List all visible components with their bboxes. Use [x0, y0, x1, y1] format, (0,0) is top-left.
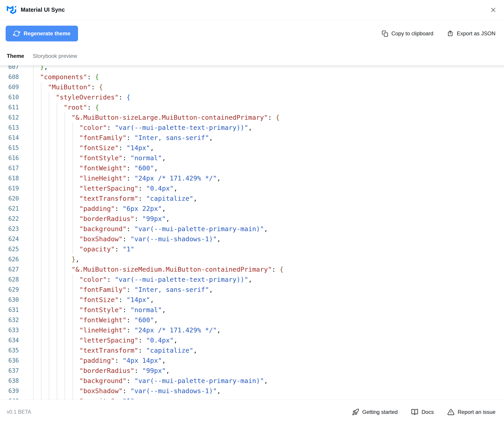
code-text: "color": "var(--mui-palette-text-primary… [32, 123, 504, 133]
indent-guide [33, 204, 33, 214]
indent-guide [72, 315, 73, 325]
code-editor[interactable]: 607},608"components": {609"MuiButton": {… [0, 65, 504, 399]
indent-guide [57, 102, 57, 112]
code-text: "fontWeight": "600", [32, 315, 504, 325]
code-text: "lineHeight": "24px /* 171.429% */", [32, 173, 504, 183]
line-number: 616 [0, 153, 19, 163]
indent-guide [33, 355, 33, 366]
line-number: 636 [0, 355, 19, 366]
code-line: 628"color": "var(--mui-palette-text-prim… [0, 274, 504, 285]
indent-guide [57, 153, 57, 163]
indent-guide [57, 295, 57, 305]
line-number: 633 [0, 325, 19, 335]
export-icon [447, 30, 454, 37]
copy-to-clipboard-label: Copy to clipboard [391, 30, 433, 37]
indent-guide [33, 285, 33, 295]
code-text: "&.MuiButton-sizeMedium.MuiButton-contai… [32, 264, 504, 274]
code-line: 634"letterSpacing": "0.4px", [0, 335, 504, 345]
indent-guide [33, 153, 33, 163]
indent-guide [57, 335, 57, 345]
code-line: 635"textTransform": "capitalize", [0, 345, 504, 355]
book-icon [411, 408, 418, 416]
warning-icon [447, 408, 455, 416]
indent-guide [65, 305, 65, 315]
code-text: "fontStyle": "normal", [32, 305, 504, 315]
report-issue-link[interactable]: Report an issue [447, 408, 495, 416]
indent-guide [41, 396, 41, 399]
indent-guide [65, 264, 65, 274]
version-label: v0.1 BETA [7, 409, 31, 415]
line-number: 639 [0, 386, 19, 396]
indent-guide [41, 123, 41, 133]
indent-guide [72, 173, 73, 183]
indent-guide [72, 335, 73, 345]
indent-guide [33, 214, 33, 224]
indent-guide [41, 244, 41, 254]
indent-guide [65, 204, 65, 214]
code-text: }, [32, 65, 504, 72]
indent-guide [41, 112, 41, 123]
indent-guide [49, 315, 49, 325]
code-line: 607}, [0, 65, 504, 72]
line-number: 618 [0, 173, 19, 183]
indent-guide [41, 143, 41, 153]
code-line: 639"boxShadow": "var(--mui-shadows-1)", [0, 386, 504, 396]
code-line: 626}, [0, 254, 504, 264]
code-text: "fontFamily": "Inter, sans-serif", [32, 285, 504, 295]
indent-guide [33, 345, 33, 355]
code-text: "background": "var(--mui-palette-primary… [32, 376, 504, 386]
line-number: 630 [0, 295, 19, 305]
code-text: "fontWeight": "600", [32, 163, 504, 173]
export-as-json-button[interactable]: Export as JSON [447, 30, 495, 37]
indent-guide [65, 133, 65, 143]
code-line: 636"padding": "4px 14px", [0, 355, 504, 366]
code-text: "textTransform": "capitalize", [32, 345, 504, 355]
indent-guide [33, 183, 33, 193]
copy-to-clipboard-button[interactable]: Copy to clipboard [382, 30, 433, 37]
indent-guide [65, 396, 65, 399]
code-text: "borderRadius": "99px", [32, 214, 504, 224]
indent-guide [33, 82, 33, 92]
toolbar: Regenerate theme Copy to clipboard Expor… [0, 20, 504, 47]
code-text: "fontFamily": "Inter, sans-serif", [32, 133, 504, 143]
code-line: 627"&.MuiButton-sizeMedium.MuiButton-con… [0, 264, 504, 274]
line-number: 607 [0, 65, 19, 72]
tab-bar: Theme Storybook preview [0, 47, 504, 65]
indent-guide [49, 112, 49, 123]
tab-storybook-preview[interactable]: Storybook preview [33, 53, 77, 59]
getting-started-link[interactable]: Getting started [352, 408, 398, 416]
line-number: 613 [0, 123, 19, 133]
indent-guide [33, 234, 33, 244]
indent-guide [41, 204, 41, 214]
indent-guide [72, 285, 73, 295]
indent-guide [41, 335, 41, 345]
indent-guide [65, 153, 65, 163]
copy-icon [382, 30, 388, 37]
close-button[interactable] [489, 6, 497, 14]
indent-guide [49, 244, 49, 254]
line-number: 635 [0, 345, 19, 355]
indent-guide [65, 123, 65, 133]
indent-guide [72, 163, 73, 173]
indent-guide [72, 396, 73, 399]
indent-guide [33, 366, 33, 376]
code-line: 637"borderRadius": "99px", [0, 366, 504, 376]
regenerate-theme-button[interactable]: Regenerate theme [6, 26, 78, 41]
indent-guide [57, 325, 57, 335]
indent-guide [57, 254, 57, 264]
indent-guide [41, 305, 41, 315]
line-number: 614 [0, 133, 19, 143]
indent-guide [49, 102, 49, 112]
indent-guide [33, 112, 33, 123]
indent-guide [41, 82, 41, 92]
tab-theme[interactable]: Theme [7, 53, 24, 59]
code-text: "&.MuiButton-sizeLarge.MuiButton-contain… [32, 112, 504, 123]
indent-guide [49, 224, 49, 234]
code-line: 630"fontSize": "14px", [0, 295, 504, 305]
indent-guide [49, 274, 49, 285]
indent-guide [65, 285, 65, 295]
indent-guide [65, 173, 65, 183]
indent-guide [33, 92, 33, 102]
docs-link[interactable]: Docs [411, 408, 434, 416]
footer: v0.1 BETA Getting started Docs [0, 400, 504, 424]
